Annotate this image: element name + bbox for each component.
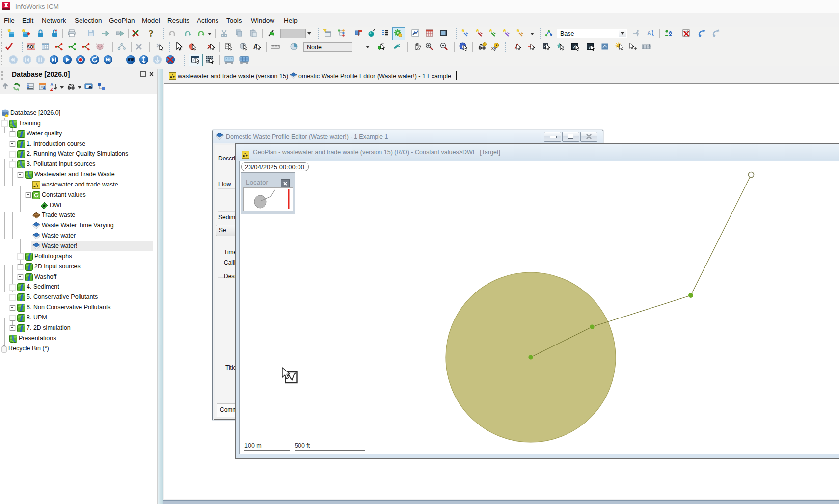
svg-text:i: i — [462, 44, 463, 49]
svg-text:SQL: SQL — [27, 44, 36, 49]
svg-text:500 ft: 500 ft — [295, 442, 310, 449]
svg-text:A: A — [647, 30, 651, 37]
svg-text:100 m: 100 m — [244, 442, 262, 449]
svg-text:xy: xy — [491, 46, 496, 51]
svg-text:?: ? — [149, 29, 154, 38]
svg-text:Z: Z — [50, 87, 53, 92]
